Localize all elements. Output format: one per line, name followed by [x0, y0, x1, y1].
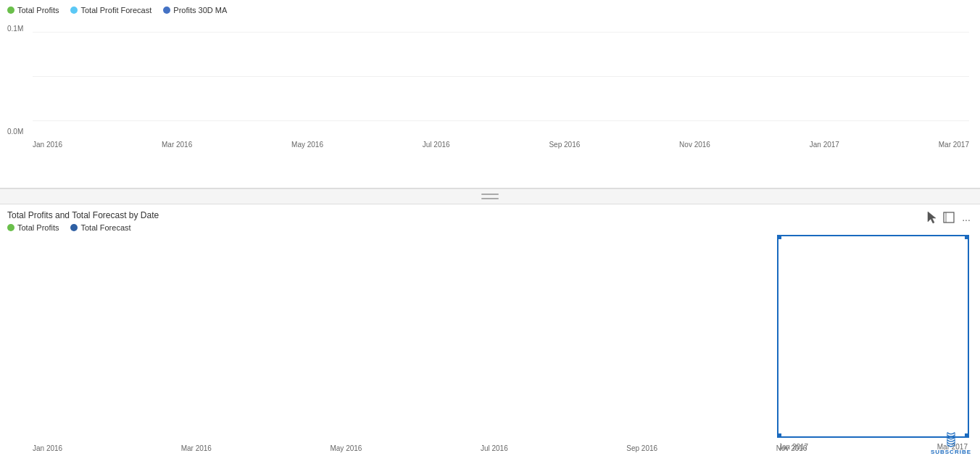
legend-label-total-profit-forecast: Total Profit Forecast: [80, 6, 151, 14]
cursor-arrow-icon: [926, 210, 938, 225]
bottom-chart-toolbar: ...: [926, 210, 973, 225]
bottom-legend-label-total-profits: Total Profits: [17, 223, 59, 232]
bottom-chart-panel: Total Profits and Total Forecast by Date…: [0, 204, 980, 461]
divider-handle[interactable]: [481, 194, 499, 199]
top-chart-panel: Total Profits Total Profit Forecast Prof…: [0, 0, 980, 188]
bottom-chart-legend: Total Profits Total Forecast: [7, 223, 973, 232]
legend-dot-blue: [163, 7, 170, 14]
subscribe-watermark: SUBSCRIBE: [931, 431, 971, 455]
expand-svg: [943, 212, 955, 223]
top-x-label-6: Jan 2017: [810, 141, 839, 149]
legend-profits-30d-ma: Profits 30D MA: [163, 6, 227, 14]
bottom-x-label-1: Mar 2016: [181, 444, 212, 452]
top-x-axis-labels: Jan 2016 Mar 2016 May 2016 Jul 2016 Sep …: [33, 141, 969, 149]
top-chart-legend: Total Profits Total Profit Forecast Prof…: [7, 6, 973, 14]
bottom-legend-total-forecast: Total Forecast: [70, 223, 130, 232]
bottom-legend-dot-green: [7, 224, 14, 231]
more-options-button[interactable]: ...: [960, 211, 973, 224]
chart-divider[interactable]: [0, 188, 980, 204]
bottom-x-label-3: Jul 2016: [481, 444, 508, 452]
subscribe-label: SUBSCRIBE: [931, 449, 971, 455]
legend-label-total-profits: Total Profits: [17, 6, 59, 14]
bottom-legend-dot-dark-blue: [70, 224, 78, 231]
expand-icon[interactable]: [942, 211, 955, 224]
bottom-chart-canvas: [33, 235, 969, 438]
top-x-label-3: Jul 2016: [423, 141, 450, 149]
bottom-chart-title: Total Profits and Total Forecast by Date: [7, 210, 973, 220]
top-y-label-high: 0.1M: [7, 25, 23, 33]
bottom-x-axis-labels: Jan 2016 Mar 2016 May 2016 Jul 2016 Sep …: [33, 444, 969, 452]
bottom-legend-total-profits: Total Profits: [7, 223, 59, 232]
legend-total-profits: Total Profits: [7, 6, 59, 14]
divider-line-2: [481, 198, 499, 199]
svg-rect-4: [944, 212, 954, 223]
legend-label-profits-30d-ma: Profits 30D MA: [173, 6, 227, 14]
top-x-label-7: Mar 2017: [939, 141, 969, 149]
top-x-label-1: Mar 2016: [162, 141, 192, 149]
main-container: Total Profits Total Profit Forecast Prof…: [0, 0, 980, 461]
top-x-label-5: Nov 2016: [679, 141, 710, 149]
bottom-x-label-5: Nov 2016: [776, 444, 807, 452]
top-x-label-0: Jan 2016: [33, 141, 62, 149]
dna-icon: [944, 431, 958, 449]
bottom-chart-area-container: Jan 2016 Mar 2016 May 2016 Jul 2016 Sep …: [33, 235, 969, 452]
divider-line-1: [481, 194, 499, 195]
legend-dot-green: [7, 7, 14, 14]
top-x-label-4: Sep 2016: [549, 141, 580, 149]
bottom-x-label-0: Jan 2016: [33, 444, 62, 452]
top-chart-area: 0.1M 0.0M: [7, 17, 973, 151]
legend-dot-light-blue: [70, 7, 78, 14]
svg-marker-3: [928, 212, 936, 223]
top-x-label-2: May 2016: [291, 141, 323, 149]
legend-total-profit-forecast: Total Profit Forecast: [70, 6, 151, 14]
top-chart-inner: [33, 17, 969, 136]
bottom-x-label-2: May 2016: [330, 444, 362, 452]
bottom-legend-label-total-forecast: Total Forecast: [80, 223, 130, 232]
top-chart-canvas: [33, 17, 969, 136]
top-y-label-low: 0.0M: [7, 128, 23, 136]
bottom-x-label-4: Sep 2016: [626, 444, 657, 452]
